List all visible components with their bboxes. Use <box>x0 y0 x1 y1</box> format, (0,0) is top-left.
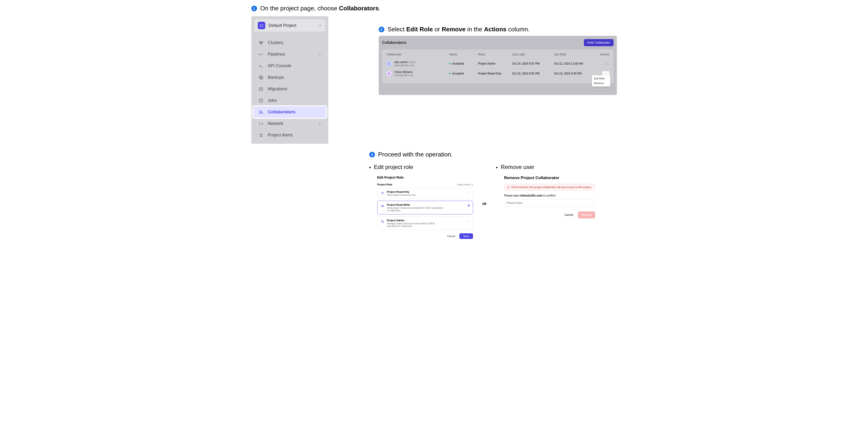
remove-collaborator-dialog: Remove Project Collaborator Once removed… <box>496 175 595 219</box>
alert-icon <box>258 133 264 138</box>
sidebar-item-label: Pipelines <box>268 52 314 57</box>
pipelines-icon <box>258 52 264 57</box>
cancel-button[interactable]: Cancel <box>445 233 458 239</box>
dropdown-edit-role[interactable]: Edit Role <box>592 76 610 81</box>
sidebar-item-project-alerts[interactable]: Project Alerts <box>254 129 326 141</box>
clusters-icon <box>258 40 264 45</box>
t: zilliz admin <box>394 61 408 64</box>
user-icon <box>380 191 384 195</box>
svg-point-10 <box>381 205 383 206</box>
user-email: admin@zilliz.com <box>394 64 415 67</box>
project-sidebar: Default Project Clusters Pipelines A <box>251 16 328 144</box>
user-name: zilliz admin (You) <box>394 61 415 64</box>
confirm-instruction: Please type chloe@zilliz.com to confirm. <box>504 194 595 197</box>
edit-role-subhead: Edit project role <box>369 164 473 170</box>
svg-point-11 <box>381 220 383 222</box>
role-name: Project Admin <box>387 219 443 222</box>
sidebar-item-pipelines[interactable]: Pipelines <box>254 48 326 60</box>
step1-suffix: . <box>379 5 380 12</box>
t: Edit project role <box>374 164 413 170</box>
sidebar-item-backups[interactable]: Backups <box>254 72 326 83</box>
role-option-read-write[interactable]: Project Read-Write View project resource… <box>377 201 473 215</box>
table-header: Collaborator Status Roles Last Login Joi… <box>386 53 609 59</box>
t: in the <box>465 26 484 33</box>
t: column. <box>506 26 530 33</box>
status-cell: Accepted <box>449 72 476 75</box>
sidebar-item-label: Collaborators <box>268 109 296 114</box>
collaborators-table: Collaborator Status Roles Last Login Joi… <box>382 50 614 83</box>
dropdown-remove[interactable]: Remove <box>592 81 610 86</box>
remove-user-subhead: Remove user <box>496 164 595 170</box>
t: to confirm. <box>542 194 556 197</box>
t: Accepted <box>452 72 464 75</box>
role-name: Project Read-Write <box>387 203 443 206</box>
confirm-input[interactable] <box>504 199 595 207</box>
status-cell: Accepted <box>449 62 476 65</box>
project-selector[interactable]: Default Project <box>254 19 326 32</box>
cancel-button[interactable]: Cancel <box>562 211 576 219</box>
project-name: Default Project <box>269 23 315 28</box>
step2-text: Select Edit Role or Remove in the Action… <box>388 26 530 33</box>
user-edit-icon <box>380 204 384 208</box>
invite-collaborator-button[interactable]: Invite Collaborator <box>584 39 613 46</box>
sidebar-item-label: Backups <box>268 75 284 80</box>
sidebar-item-label: Migrations <box>268 87 287 92</box>
step3-badge: 3 <box>369 152 375 157</box>
step2-heading: 2 Select Edit Role or Remove in the Acti… <box>379 26 617 33</box>
sidebar-item-label: Jobs <box>268 98 277 103</box>
chevron-down-icon <box>318 53 321 56</box>
sidebar-item-api-console[interactable]: API Console <box>254 60 326 72</box>
save-button[interactable]: Save <box>459 233 473 239</box>
learn-more-link[interactable]: Learn more <box>457 183 473 186</box>
col-collaborator: Collaborator <box>386 53 447 56</box>
dialog-title: Edit Project Role <box>377 175 473 179</box>
role-desc: Manage project resources and perform CRU… <box>387 222 443 227</box>
clock-icon <box>258 98 264 103</box>
step3-heading: 3 Proceed with the operation. <box>369 151 617 158</box>
join-date-cell: Oct 23, 2024 8:45 PM <box>554 72 594 75</box>
backups-icon <box>258 75 264 80</box>
or-separator: or <box>483 164 487 239</box>
warning-icon <box>507 186 509 189</box>
migrations-icon <box>258 87 264 92</box>
sidebar-item-collaborators[interactable]: Collaborators <box>253 106 327 118</box>
col-status: Status <box>449 53 476 56</box>
sidebar-item-clusters[interactable]: Clusters <box>254 37 326 48</box>
avatar: Z <box>386 61 392 66</box>
role-desc: View project resources only. <box>387 194 416 196</box>
col-join-date: Join Date <box>554 53 594 56</box>
bullet-icon <box>496 167 498 168</box>
role-cell: Project Admin <box>478 62 509 65</box>
svg-point-8 <box>259 110 261 112</box>
role-name: Project Read-Only <box>387 190 416 193</box>
actions-dropdown: Edit Role Remove <box>592 75 610 87</box>
bullet-icon <box>369 167 371 168</box>
role-option-read-only[interactable]: Project Read-Only View project resources… <box>377 188 473 199</box>
sidebar-item-migrations[interactable]: Migrations <box>254 83 326 95</box>
radio-icon <box>468 191 470 194</box>
sidebar-item-label: Project Alerts <box>268 133 293 138</box>
terminal-icon <box>258 64 264 68</box>
chevron-down-icon <box>318 24 322 27</box>
role-option-admin[interactable]: Project Admin Manage project resources a… <box>377 216 473 230</box>
sidebar-item-network[interactable]: Network <box>254 118 326 129</box>
svg-rect-5 <box>260 76 262 79</box>
sidebar-item-jobs[interactable]: Jobs <box>254 95 326 106</box>
last-login-cell: Oct 23, 2024 8:52 PM <box>512 72 552 75</box>
step1-bold: Collaborators <box>339 5 379 12</box>
table-row: Z zilliz admin (You) admin@zilliz.com Ac… <box>386 59 609 69</box>
remove-button[interactable]: Remove <box>578 211 595 219</box>
step2-badge: 2 <box>379 27 384 32</box>
col-last-login: Last Login <box>512 53 552 56</box>
t: Actions <box>484 26 506 33</box>
svg-rect-4 <box>259 76 262 78</box>
radio-selected-icon <box>468 204 470 207</box>
confirm-email: chloe@zilliz.com <box>520 194 542 197</box>
step1-text: On the project page, choose Collaborator… <box>260 5 380 12</box>
row-actions-button[interactable]: ⋯ <box>596 62 609 66</box>
folder-icon <box>258 22 265 29</box>
role-desc: View project resources and perform CRUD … <box>387 207 443 212</box>
you-label: (You) <box>408 61 415 64</box>
status-dot-icon <box>449 73 451 74</box>
section-label: Project Role <box>377 183 392 186</box>
